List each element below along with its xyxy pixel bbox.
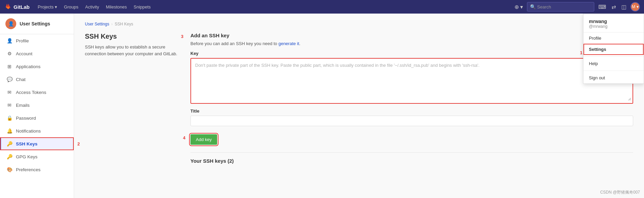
your-keys: Your SSH keys (2): [190, 152, 633, 164]
password-icon: 🔒: [6, 115, 13, 121]
annotation-1: 1: [580, 50, 582, 55]
page-description: SSH keys allow you to establish a secure…: [85, 44, 180, 57]
emails-icon: ✉: [6, 102, 13, 108]
plus-button[interactable]: ⊕ ▾: [513, 2, 524, 12]
search-box: 🔍: [527, 2, 594, 12]
annotation-4: 4: [183, 135, 185, 140]
sidebar-item-emails[interactable]: ✉ Emails: [0, 99, 74, 112]
terminal-icon[interactable]: ⌨: [597, 2, 607, 12]
breadcrumb: User Settings › SSH Keys: [85, 22, 633, 26]
user-dropdown: mrwang @mrwang Profile Settings Help Sig…: [583, 14, 644, 84]
sidebar-item-applications[interactable]: ⊞ Applications: [0, 60, 74, 73]
applications-icon: ⊞: [6, 64, 13, 69]
main-content: User Settings › SSH Keys SSH Keys SSH ke…: [74, 14, 644, 198]
chat-icon: 💬: [6, 77, 13, 82]
gitlab-logo[interactable]: GitLab: [4, 3, 30, 11]
nav-milestones[interactable]: Milestones: [103, 3, 130, 11]
topnav-right: ⊕ ▾ 🔍 ⌨ ⇄ ◫ M ▾: [513, 2, 640, 12]
sidebar-item-ssh-keys[interactable]: 🔑 SSH Keys 2: [0, 137, 74, 150]
breadcrumb-separator: ›: [111, 22, 113, 26]
sidebar-label-gpg-keys: GPG Keys: [16, 154, 38, 159]
nav-snippets[interactable]: Snippets: [131, 3, 154, 11]
dropdown-divider: [583, 56, 644, 57]
page-title: SSH Keys: [85, 33, 180, 40]
add-ssh-key-title: Add an SSH key: [190, 33, 633, 38]
title-label: Title: [190, 108, 633, 114]
dropdown-username: mrwang: [589, 19, 638, 24]
sidebar-item-access-tokens[interactable]: ✉ Access Tokens: [0, 86, 74, 99]
ssh-keys-icon: 🔑: [6, 141, 13, 146]
profile-icon: 👤: [6, 38, 13, 43]
gpg-keys-icon: 🔑: [6, 154, 13, 159]
search-icon: 🔍: [530, 4, 536, 9]
annotation-3: 3: [181, 34, 183, 39]
nav-groups[interactable]: Groups: [61, 3, 81, 11]
sidebar-label-ssh-keys: SSH Keys: [16, 141, 38, 146]
left-column: SSH Keys SSH keys allow you to establish…: [85, 33, 180, 164]
issues-icon[interactable]: ◫: [620, 2, 628, 12]
key-textarea-wrapper: [190, 58, 633, 104]
nav-activity[interactable]: Activity: [83, 3, 102, 11]
sidebar-label-password: Password: [16, 116, 36, 121]
sidebar-item-notifications[interactable]: 🔔 Notifications: [0, 124, 74, 137]
sidebar-item-preferences[interactable]: 🎨 Preferences: [0, 163, 74, 176]
access-tokens-icon: ✉: [6, 90, 13, 95]
sidebar-label-applications: Applications: [16, 64, 41, 69]
account-icon: ⚙: [6, 51, 13, 56]
subtitle-end: .: [299, 41, 301, 46]
sidebar-label-preferences: Preferences: [16, 167, 41, 172]
sidebar-label-chat: Chat: [16, 77, 26, 82]
watermark: CSDN @野猪佩奇007: [600, 190, 640, 195]
sidebar-header: 👤 User Settings: [0, 14, 74, 34]
add-key-button[interactable]: Add key: [190, 134, 217, 145]
dropdown-help[interactable]: Help: [583, 58, 644, 69]
sidebar-item-password[interactable]: 🔒 Password: [0, 112, 74, 124]
gitlab-text: GitLab: [14, 4, 30, 10]
dropdown-settings[interactable]: Settings: [583, 44, 644, 55]
preferences-icon: 🎨: [6, 167, 13, 172]
layout: 👤 User Settings 👤 Profile ⚙ Account ⊞ Ap…: [0, 14, 644, 198]
subtitle-text: Before you can add an SSH key you need t…: [190, 41, 278, 46]
key-label: Key: [190, 51, 633, 56]
annotation-2: 2: [77, 141, 80, 146]
sidebar-avatar: 👤: [5, 18, 16, 29]
subtitle: Before you can add an SSH key you need t…: [190, 41, 633, 46]
nav-projects[interactable]: Projects ▾: [35, 3, 60, 11]
sidebar-item-gpg-keys[interactable]: 🔑 GPG Keys: [0, 150, 74, 163]
dropdown-signout[interactable]: Sign out: [583, 72, 644, 83]
merge-icon[interactable]: ⇄: [610, 2, 617, 12]
sidebar-item-profile[interactable]: 👤 Profile: [0, 34, 74, 47]
breadcrumb-current: SSH Keys: [115, 22, 133, 26]
dropdown-divider-2: [583, 71, 644, 71]
breadcrumb-parent[interactable]: User Settings: [85, 22, 109, 26]
sidebar-label-profile: Profile: [16, 38, 29, 43]
title-input[interactable]: [190, 116, 633, 126]
sidebar-item-account[interactable]: ⚙ Account: [0, 47, 74, 60]
user-avatar[interactable]: M ▾: [630, 2, 640, 12]
key-textarea[interactable]: [192, 60, 631, 101]
content-grid: SSH Keys SSH keys allow you to establish…: [85, 33, 633, 164]
dropdown-handle: @mrwang: [589, 24, 638, 29]
sidebar-title: User Settings: [20, 21, 50, 26]
right-column: 3 Add an SSH key Before you can add an S…: [190, 33, 633, 164]
search-input[interactable]: [537, 4, 591, 9]
sidebar-label-account: Account: [16, 51, 32, 56]
sidebar-item-chat[interactable]: 💬 Chat: [0, 73, 74, 86]
generate-link[interactable]: generate it: [278, 41, 299, 46]
topnav-links: Projects ▾ Groups Activity Milestones Sn…: [35, 3, 154, 11]
sidebar-label-notifications: Notifications: [16, 128, 41, 134]
dropdown-profile[interactable]: Profile: [583, 33, 644, 44]
notifications-icon: 🔔: [6, 128, 13, 134]
sidebar-label-access-tokens: Access Tokens: [16, 90, 46, 95]
user-dropdown-header: mrwang @mrwang: [583, 14, 644, 33]
sidebar: 👤 User Settings 👤 Profile ⚙ Account ⊞ Ap…: [0, 14, 74, 198]
sidebar-label-emails: Emails: [16, 103, 30, 108]
top-navigation: GitLab Projects ▾ Groups Activity Milest…: [0, 0, 644, 14]
